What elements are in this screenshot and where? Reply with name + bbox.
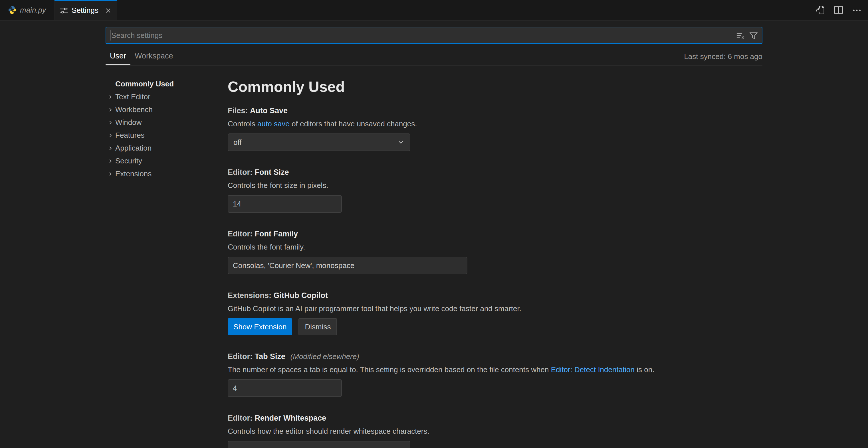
setting-row-extensions-github-copilot: Extensions: GitHub Copilot GitHub Copilo… xyxy=(228,290,834,335)
more-actions-icon[interactable] xyxy=(852,5,862,15)
setting-description: Controls the font family. xyxy=(228,242,834,252)
python-icon xyxy=(8,6,17,14)
detect-indentation-link[interactable]: Editor: Detect Indentation xyxy=(551,365,634,374)
auto-save-link[interactable]: auto save xyxy=(257,120,290,128)
search-input[interactable] xyxy=(106,27,762,43)
chevron-right-icon xyxy=(105,145,115,152)
chevron-right-icon xyxy=(105,107,115,113)
close-tab-icon[interactable] xyxy=(105,7,112,14)
settings-search-box xyxy=(105,27,763,44)
description-text: Controls xyxy=(228,120,257,128)
setting-category: Files: xyxy=(228,106,248,115)
dropdown-value: off xyxy=(234,138,241,147)
chevron-right-icon xyxy=(105,94,115,100)
setting-name: Render Whitespace xyxy=(255,414,327,422)
setting-row-files-auto-save: Files: Auto Save Controls auto save of e… xyxy=(228,105,834,151)
tab-label: main.py xyxy=(20,6,46,14)
last-synced-label: Last synced: 6 mos ago xyxy=(684,52,763,61)
render-whitespace-dropdown[interactable] xyxy=(228,441,410,448)
search-actions xyxy=(736,27,758,43)
settings-toc: Commonly Used Text Editor Workbench Wind… xyxy=(105,66,208,448)
toc-item-application[interactable]: Application xyxy=(105,142,208,155)
font-size-input[interactable] xyxy=(228,195,342,213)
setting-description: Controls how the editor should render wh… xyxy=(228,426,834,436)
description-text: The number of spaces a tab is equal to. … xyxy=(228,365,551,374)
toc-item-security[interactable]: Security xyxy=(105,155,208,167)
dismiss-button[interactable]: Dismiss xyxy=(299,318,337,335)
scope-tab-user[interactable]: User xyxy=(105,48,130,65)
setting-name: Auto Save xyxy=(250,106,288,115)
toc-item-text-editor[interactable]: Text Editor xyxy=(105,90,208,103)
setting-title: Editor: Render Whitespace xyxy=(228,413,834,423)
setting-title: Editor: Tab Size (Modified elsewhere) xyxy=(228,351,834,361)
setting-description: The number of spaces a tab is equal to. … xyxy=(228,364,834,375)
auto-save-dropdown[interactable]: off xyxy=(228,133,410,151)
description-text: of editors that have unsaved changes. xyxy=(290,120,417,128)
filter-settings-icon[interactable] xyxy=(749,31,758,40)
toc-label: Application xyxy=(115,144,152,153)
tab-settings[interactable]: Settings xyxy=(55,0,117,20)
toc-item-extensions[interactable]: Extensions xyxy=(105,167,208,180)
setting-category: Editor: xyxy=(228,230,252,238)
show-extension-button[interactable]: Show Extension xyxy=(228,318,292,335)
toc-item-window[interactable]: Window xyxy=(105,116,208,129)
setting-row-editor-font-family: Editor: Font Family Controls the font fa… xyxy=(228,229,834,274)
tab-label: Settings xyxy=(72,6,98,15)
settings-content: Commonly Used Files: Auto Save Controls … xyxy=(208,66,868,448)
setting-title: Editor: Font Family xyxy=(228,229,834,239)
setting-name: Tab Size xyxy=(255,352,286,361)
chevron-right-icon xyxy=(105,158,115,164)
chevron-right-icon xyxy=(105,171,115,177)
open-settings-json-icon[interactable] xyxy=(815,5,825,15)
setting-row-editor-font-size: Editor: Font Size Controls the font size… xyxy=(228,167,834,213)
setting-name: GitHub Copilot xyxy=(274,291,328,300)
clear-settings-search-icon[interactable] xyxy=(736,31,745,40)
settings-sliders-icon xyxy=(60,6,68,15)
setting-description: GitHub Copilot is an AI pair programmer … xyxy=(228,303,834,314)
setting-name: Font Family xyxy=(255,230,298,238)
chevron-right-icon xyxy=(105,120,115,126)
scope-bar: User Workspace Last synced: 6 mos ago xyxy=(105,48,763,65)
toc-label: Text Editor xyxy=(115,92,150,101)
chevron-down-icon xyxy=(397,446,405,448)
split-editor-icon[interactable] xyxy=(834,5,843,15)
toc-item-commonly-used[interactable]: Commonly Used xyxy=(105,77,208,90)
toc-label: Window xyxy=(115,118,142,127)
setting-description: Controls the font size in pixels. xyxy=(228,180,834,191)
chevron-down-icon xyxy=(397,138,405,146)
setting-row-editor-render-whitespace: Editor: Render Whitespace Controls how t… xyxy=(228,413,834,448)
toc-label: Commonly Used xyxy=(115,79,174,88)
description-text: is on. xyxy=(634,365,654,374)
toc-item-workbench[interactable]: Workbench xyxy=(105,103,208,116)
toc-label: Features xyxy=(115,131,145,140)
toc-label: Workbench xyxy=(115,105,153,114)
setting-description: Controls auto save of editors that have … xyxy=(228,119,834,129)
setting-title: Extensions: GitHub Copilot xyxy=(228,290,834,300)
editor-actions xyxy=(815,0,862,20)
tab-size-input[interactable] xyxy=(228,379,342,397)
setting-title: Editor: Font Size xyxy=(228,167,834,178)
modified-elsewhere-label: (Modified elsewhere) xyxy=(290,352,359,361)
setting-category: Editor: xyxy=(228,414,252,422)
scope-tab-workspace[interactable]: Workspace xyxy=(130,48,178,65)
setting-category: Extensions: xyxy=(228,291,271,300)
toc-item-features[interactable]: Features xyxy=(105,129,208,142)
toc-label: Extensions xyxy=(115,169,152,178)
setting-name: Font Size xyxy=(255,168,289,177)
setting-title: Files: Auto Save xyxy=(228,105,834,116)
chevron-right-icon xyxy=(105,132,115,138)
editor-tab-bar: main.py Settings xyxy=(0,0,868,21)
setting-category: Editor: xyxy=(228,352,252,361)
setting-row-editor-tab-size: Editor: Tab Size (Modified elsewhere) Th… xyxy=(228,351,834,397)
toc-label: Security xyxy=(115,157,142,165)
tab-main-py[interactable]: main.py xyxy=(0,0,55,20)
text-caret xyxy=(110,30,111,40)
setting-category: Editor: xyxy=(228,168,252,177)
settings-body: Commonly Used Text Editor Workbench Wind… xyxy=(0,66,868,448)
font-family-input[interactable] xyxy=(228,257,467,274)
page-title: Commonly Used xyxy=(228,78,834,95)
copilot-actions: Show Extension Dismiss xyxy=(228,318,834,335)
